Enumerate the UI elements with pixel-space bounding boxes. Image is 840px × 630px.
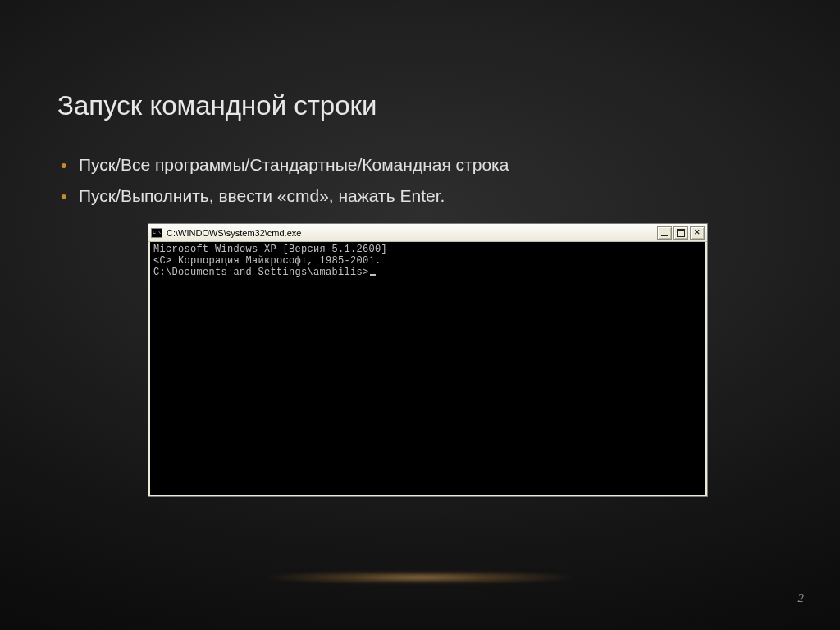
- terminal-prompt: C:\Documents and Settings\amabilis>: [153, 267, 702, 278]
- cmd-titlebar[interactable]: C:\WINDOWS\system32\cmd.exe: [148, 224, 707, 242]
- cmd-icon: [151, 228, 162, 238]
- cursor-icon: [370, 274, 376, 276]
- cmd-window: C:\WINDOWS\system32\cmd.exe Microsoft Wi…: [148, 223, 708, 497]
- terminal-output[interactable]: Microsoft Windows XP [Версия 5.1.2600]<С…: [148, 242, 707, 496]
- window-controls: [657, 226, 705, 240]
- decorative-glow: [190, 573, 650, 582]
- decorative-glow-line: [158, 578, 682, 578]
- slide-title: Запуск командной строки: [57, 90, 377, 121]
- bullet-item: Пуск/Все программы/Стандартные/Командная…: [57, 149, 509, 180]
- terminal-line: <С> Корпорация Майкрософт, 1985-2001.: [153, 255, 702, 267]
- cmd-title-text: C:\WINDOWS\system32\cmd.exe: [167, 228, 657, 238]
- bullet-list: Пуск/Все программы/Стандартные/Командная…: [57, 149, 509, 212]
- terminal-line: Microsoft Windows XP [Версия 5.1.2600]: [153, 244, 702, 255]
- bullet-item: Пуск/Выполнить, ввести «cmd», нажать Ent…: [57, 180, 509, 212]
- slide: Запуск командной строки Пуск/Все програм…: [0, 0, 840, 630]
- page-number: 2: [798, 591, 805, 605]
- close-button[interactable]: [690, 226, 705, 240]
- maximize-button[interactable]: [673, 226, 688, 240]
- minimize-button[interactable]: [657, 226, 672, 240]
